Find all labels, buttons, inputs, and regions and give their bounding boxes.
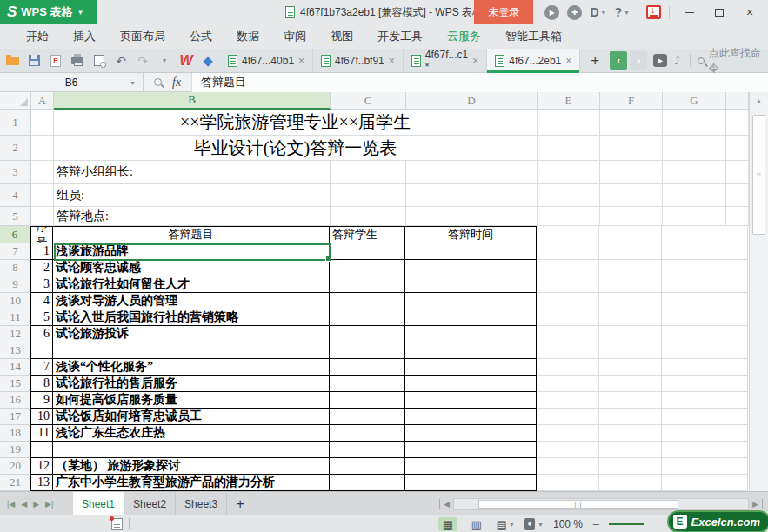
add-sheet-button[interactable]: + xyxy=(227,492,253,515)
row-header-21[interactable]: 21 xyxy=(0,475,31,491)
cell-A3[interactable] xyxy=(31,161,54,184)
cell-G15[interactable] xyxy=(662,376,725,392)
redo-icon[interactable]: ↷ xyxy=(136,54,150,68)
cell-F5[interactable] xyxy=(600,207,663,226)
cell-D12[interactable] xyxy=(405,326,537,342)
cell-H9[interactable] xyxy=(725,276,748,293)
menu-item-开始[interactable]: 开始 xyxy=(14,24,61,49)
cell-A11[interactable]: 5 xyxy=(30,309,53,326)
minimize-button[interactable] xyxy=(678,3,700,22)
cell-F3[interactable] xyxy=(600,161,663,184)
cell-B11[interactable]: 试论入世后我国旅行社的营销策略 xyxy=(53,309,330,326)
cell-D7[interactable] xyxy=(405,243,537,260)
close-tab-icon[interactable]: × xyxy=(389,55,395,67)
cell-E6[interactable] xyxy=(537,226,599,243)
cell-D14[interactable] xyxy=(405,359,537,376)
cell-G21[interactable] xyxy=(662,475,725,491)
menu-item-审阅[interactable]: 审阅 xyxy=(271,24,318,49)
cell-C13[interactable] xyxy=(330,342,405,359)
cell-G6[interactable] xyxy=(662,226,725,243)
undo-icon[interactable]: ↶ xyxy=(114,54,128,68)
cell-A18[interactable]: 11 xyxy=(30,425,53,442)
cell-A5[interactable] xyxy=(31,207,54,226)
select-all-corner[interactable] xyxy=(0,92,31,110)
scroll-left-arrow-icon[interactable]: ◀ xyxy=(444,500,450,509)
prev-sheet-icon[interactable]: ◀ xyxy=(21,500,27,509)
presentation-play-icon[interactable]: ▶ xyxy=(653,54,667,68)
document-tab-4f67fc1[interactable]: 4f67f...c1 *× xyxy=(404,49,487,73)
row-header-1[interactable]: 1 xyxy=(0,110,31,136)
cell-G5[interactable] xyxy=(663,207,726,226)
cell-A17[interactable]: 10 xyxy=(30,409,53,425)
document-tab-4f67fbf91[interactable]: 4f67f..bf91× xyxy=(313,49,404,73)
cell-H10[interactable] xyxy=(725,293,748,309)
cell-D9[interactable] xyxy=(405,276,537,293)
maximize-button[interactable] xyxy=(708,3,731,22)
menu-item-公式[interactable]: 公式 xyxy=(177,24,224,49)
cell-E3[interactable] xyxy=(538,161,600,184)
row-header-19[interactable]: 19 xyxy=(0,442,31,458)
cell-C19[interactable] xyxy=(330,442,405,458)
vertical-scroll-thumb[interactable]: ≡ xyxy=(752,115,765,235)
cell-C6[interactable]: 答辩学生 xyxy=(330,226,405,243)
column-header-E[interactable]: E xyxy=(538,92,600,110)
cell-A8[interactable]: 2 xyxy=(30,260,53,276)
row-header-12[interactable]: 12 xyxy=(0,326,31,342)
cell-E11[interactable] xyxy=(537,309,599,326)
row-header-2[interactable]: 2 xyxy=(0,136,31,161)
close-tab-icon[interactable]: × xyxy=(565,55,571,67)
cell-H2[interactable] xyxy=(726,136,749,161)
cell-G16[interactable] xyxy=(662,392,725,409)
cell-C8[interactable] xyxy=(330,260,405,276)
menu-item-数据[interactable]: 数据 xyxy=(224,24,271,49)
cell-D19[interactable] xyxy=(405,442,537,458)
cell-D20[interactable] xyxy=(405,458,537,475)
cell-C4[interactable] xyxy=(331,184,406,207)
cell-C17[interactable] xyxy=(330,409,405,425)
page-layout-view-icon[interactable]: ▤▼ xyxy=(496,517,515,531)
cell-F7[interactable] xyxy=(599,243,662,260)
cell-H1[interactable] xyxy=(726,110,749,136)
cell-H7[interactable] xyxy=(725,243,748,260)
export-pdf-icon[interactable]: P xyxy=(49,54,63,68)
menu-item-页面布局[interactable]: 页面布局 xyxy=(108,24,177,49)
cell-E16[interactable] xyxy=(537,392,599,409)
menu-item-视图[interactable]: 视图 xyxy=(318,24,365,49)
save-icon[interactable] xyxy=(27,54,41,68)
zoom-slider[interactable] xyxy=(609,523,644,525)
cell-B7[interactable]: 浅谈旅游品牌 xyxy=(53,243,330,260)
cell-A16[interactable]: 9 xyxy=(30,392,53,409)
cell-E7[interactable] xyxy=(537,243,599,260)
cell-F9[interactable] xyxy=(599,276,662,293)
cell-H16[interactable] xyxy=(725,392,748,409)
row-header-18[interactable]: 18 xyxy=(0,425,31,442)
cell-C3[interactable] xyxy=(331,161,406,184)
cell-F11[interactable] xyxy=(599,309,662,326)
cell-H12[interactable] xyxy=(725,326,748,342)
cell-G7[interactable] xyxy=(662,243,725,260)
row-header-13[interactable]: 13 xyxy=(0,342,31,359)
print-preview-icon[interactable] xyxy=(92,54,106,68)
cell-G9[interactable] xyxy=(662,276,725,293)
cell-A6[interactable]: 序号 xyxy=(30,226,53,243)
menu-item-智能工具箱[interactable]: 智能工具箱 xyxy=(493,24,574,49)
cell-B21[interactable]: 广东中小学生教育型旅游产品的潜力分析 xyxy=(53,475,330,491)
cell-F13[interactable] xyxy=(599,342,662,359)
zoom-out-button[interactable]: − xyxy=(592,517,599,531)
cell-B1-merged[interactable]: ××学院旅游管理专业××届学生 xyxy=(54,110,538,136)
close-tab-icon[interactable]: × xyxy=(472,55,478,67)
open-file-icon[interactable] xyxy=(5,54,19,68)
cell-B6[interactable]: 答辩题目 xyxy=(53,226,330,243)
cell-E15[interactable] xyxy=(537,376,599,392)
cell-H6[interactable] xyxy=(725,226,748,243)
cell-E20[interactable] xyxy=(537,458,599,475)
next-sheet-icon[interactable]: ▶ xyxy=(33,500,39,509)
cell-B3[interactable]: 答辩小组组长: xyxy=(54,161,331,184)
document-tab-4f672eb1[interactable]: 4f67...2eb1× xyxy=(487,49,580,73)
cell-D10[interactable] xyxy=(405,293,537,309)
row-header-17[interactable]: 17 xyxy=(0,409,31,425)
cell-F12[interactable] xyxy=(599,326,662,342)
cell-D16[interactable] xyxy=(405,392,537,409)
menu-item-云服务[interactable]: 云服务 xyxy=(435,24,493,49)
tab-scroll-left-button[interactable]: ‹ xyxy=(610,51,627,70)
